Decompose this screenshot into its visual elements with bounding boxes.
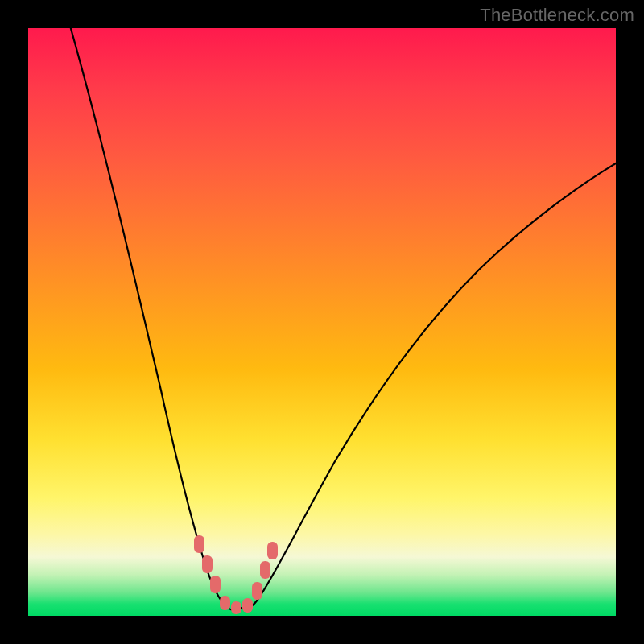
marker-dot — [242, 598, 253, 613]
plot-area — [28, 28, 616, 616]
curve-layer — [28, 28, 616, 616]
marker-dot — [210, 576, 221, 593]
marker-dot — [252, 582, 262, 600]
marker-dot — [260, 561, 270, 579]
watermark-text: TheBottleneck.com — [480, 5, 634, 26]
curve-left-branch — [68, 28, 239, 610]
curve-right-branch — [239, 159, 616, 609]
marker-dot — [231, 601, 242, 614]
marker-dot — [267, 542, 278, 559]
valley-markers — [194, 535, 278, 614]
marker-dot — [194, 535, 204, 553]
chart-frame: TheBottleneck.com — [0, 0, 644, 644]
marker-dot — [220, 596, 230, 610]
marker-dot — [202, 555, 213, 573]
